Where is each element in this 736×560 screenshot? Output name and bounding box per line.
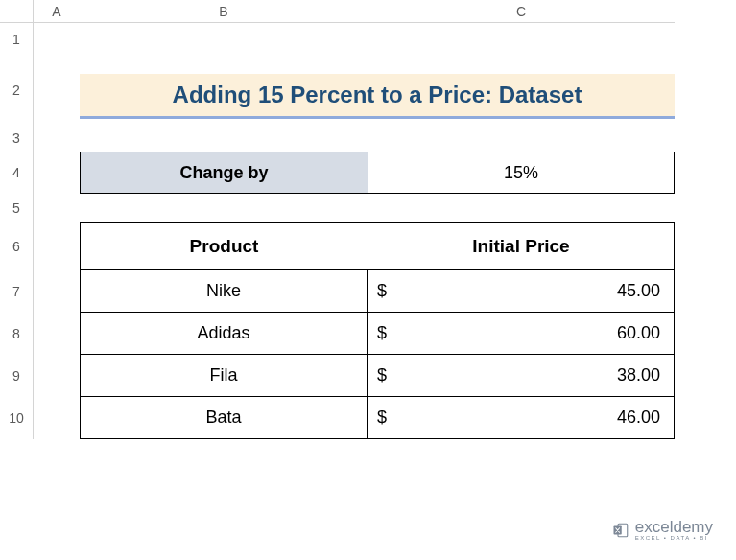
table-cell-product[interactable]: Bata	[80, 397, 368, 439]
table-cell-price[interactable]: $ 38.00	[368, 355, 675, 397]
table-cell-product[interactable]: Adidas	[80, 313, 368, 355]
changeby-value-cell[interactable]: 15%	[368, 152, 675, 194]
cell[interactable]	[34, 313, 80, 355]
row-header-3[interactable]: 3	[0, 125, 34, 152]
cell[interactable]	[34, 194, 675, 222]
cell[interactable]	[34, 56, 80, 125]
currency-symbol: $	[377, 365, 387, 385]
row-header-10[interactable]: 10	[0, 397, 34, 439]
currency-symbol: $	[377, 408, 387, 428]
price-value: 45.00	[617, 281, 660, 301]
changeby-label-cell[interactable]: Change by	[80, 152, 368, 194]
table-header-price[interactable]: Initial Price	[368, 222, 675, 270]
table-cell-price[interactable]: $ 45.00	[368, 270, 675, 313]
price-value: 46.00	[617, 408, 660, 428]
row-header-6[interactable]: 6	[0, 222, 34, 270]
row-header-8[interactable]: 8	[0, 313, 34, 355]
table-cell-product[interactable]: Fila	[80, 355, 368, 397]
cell[interactable]	[34, 270, 80, 313]
spreadsheet-grid: A B C 1 2 Adding 15 Percent to a Price: …	[0, 0, 736, 439]
table-cell-product[interactable]: Nike	[80, 270, 368, 313]
col-header-a[interactable]: A	[34, 0, 80, 23]
table-cell-price[interactable]: $ 60.00	[368, 313, 675, 355]
row-header-2[interactable]: 2	[0, 56, 34, 125]
table-header-product[interactable]: Product	[80, 222, 368, 270]
row-header-1[interactable]: 1	[0, 23, 34, 56]
cell[interactable]	[34, 125, 675, 152]
currency-symbol: $	[377, 323, 387, 343]
select-all-corner[interactable]	[0, 0, 34, 23]
col-header-c[interactable]: C	[368, 0, 675, 23]
row-header-7[interactable]: 7	[0, 270, 34, 313]
watermark: exceldemy EXCEL • DATA • BI	[612, 519, 713, 541]
row-header-4[interactable]: 4	[0, 152, 34, 194]
cell[interactable]	[34, 397, 80, 439]
title-cell[interactable]: Adding 15 Percent to a Price: Dataset	[80, 56, 675, 125]
price-value: 60.00	[617, 323, 660, 343]
watermark-tagline: EXCEL • DATA • BI	[635, 535, 713, 541]
cell[interactable]	[34, 152, 80, 194]
page-title: Adding 15 Percent to a Price: Dataset	[80, 74, 675, 119]
cell[interactable]	[34, 355, 80, 397]
watermark-brand: exceldemy	[635, 519, 713, 535]
row-header-9[interactable]: 9	[0, 355, 34, 397]
cell[interactable]	[34, 222, 80, 270]
price-value: 38.00	[617, 365, 660, 385]
table-cell-price[interactable]: $ 46.00	[368, 397, 675, 439]
currency-symbol: $	[377, 281, 387, 301]
col-header-b[interactable]: B	[80, 0, 368, 23]
cell[interactable]	[34, 23, 675, 56]
row-header-5[interactable]: 5	[0, 194, 34, 222]
excel-icon	[612, 522, 629, 539]
